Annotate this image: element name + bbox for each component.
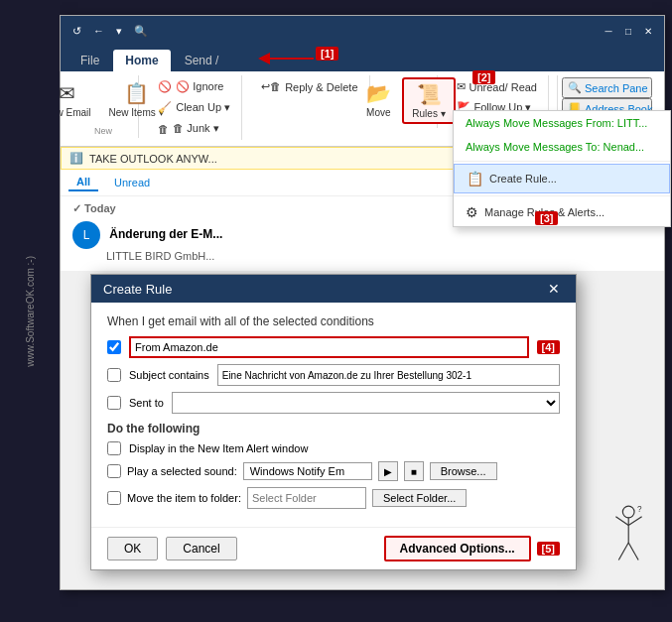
footer-left-buttons: OK Cancel xyxy=(107,537,237,560)
from-input[interactable] xyxy=(129,336,529,358)
cancel-button[interactable]: Cancel xyxy=(166,537,236,560)
search-pane-icon: 🔍 xyxy=(568,81,582,94)
play-sound-label: Play a selected sound: xyxy=(127,465,237,477)
svg-point-1 xyxy=(622,506,634,518)
ignore-label: 🚫 Ignore xyxy=(176,80,223,93)
rules-button[interactable]: 📜 Rules ▾ xyxy=(402,77,455,124)
display-alert-checkbox[interactable] xyxy=(107,441,121,455)
dialog-title: Create Rule xyxy=(103,282,172,297)
browse-sound-button[interactable]: Browse... xyxy=(430,462,497,480)
rules-icon: 📜 xyxy=(417,82,442,106)
condition-title: When I get email with all of the selecte… xyxy=(107,314,560,328)
junk-label: 🗑 Junk ▾ xyxy=(173,122,218,135)
ignore-button[interactable]: 🚫 🚫 Ignore xyxy=(153,77,235,96)
move-button[interactable]: 📂 Move xyxy=(358,77,398,124)
select-folder-button[interactable]: Select Folder... xyxy=(372,489,467,507)
tab-file[interactable]: File xyxy=(68,50,111,71)
dialog-title-bar: Create Rule ✕ xyxy=(91,275,576,303)
manage-rules-label: Manage Rules & Alerts... xyxy=(484,206,605,218)
undo-button[interactable]: ← xyxy=(89,23,108,39)
play-sound-button[interactable]: ▶ xyxy=(378,461,398,481)
cleanup-label: Clean Up ▾ xyxy=(176,101,230,114)
sound-name-box: Windows Notify Em xyxy=(243,462,372,480)
from-row: [4] xyxy=(107,336,560,358)
new-group-label: New xyxy=(94,126,112,136)
move-folder-row: Move the item to folder: Select Folder..… xyxy=(107,487,560,509)
unread-button[interactable]: ✉ Unread/ Read xyxy=(452,77,543,96)
filter-all-button[interactable]: All xyxy=(68,174,98,191)
subject-row: Subject contains xyxy=(107,364,560,386)
sent-to-select[interactable] xyxy=(172,392,560,414)
stop-sound-button[interactable]: ■ xyxy=(404,461,424,481)
create-rule-icon: 📋 xyxy=(467,171,483,187)
unread-icon: ✉ xyxy=(457,80,466,93)
search-title-button[interactable]: 🔍 xyxy=(130,23,152,40)
subject-checkbox[interactable] xyxy=(107,368,121,382)
move-folder-checkbox[interactable] xyxy=(107,491,121,505)
customize-button[interactable]: ▾ xyxy=(112,23,126,40)
sent-to-row: Sent to xyxy=(107,392,560,414)
ignore-icon: 🚫 xyxy=(158,80,172,93)
email-subject: Änderung der E-M... xyxy=(109,227,222,241)
display-alert-label: Display in the New Item Alert window xyxy=(129,442,308,454)
close-window-button[interactable]: ✕ xyxy=(640,23,656,39)
dropdown-item-manage-rules[interactable]: ⚙ Manage Rules & Alerts... xyxy=(454,198,670,226)
svg-line-4 xyxy=(628,517,641,526)
svg-line-5 xyxy=(618,543,628,560)
sent-to-checkbox[interactable] xyxy=(107,396,121,410)
cleanup-button[interactable]: 🧹 Clean Up ▾ xyxy=(153,98,235,117)
dropdown-separator-2 xyxy=(454,195,670,196)
move-icon: 📂 xyxy=(366,81,391,105)
minimize-button[interactable]: ─ xyxy=(601,23,616,39)
unread-label: Unread/ Read xyxy=(470,81,538,93)
dropdown-item-to-text: Always Move Messages To: Nenad... xyxy=(466,141,644,153)
reply-delete-label: Reply & Delete xyxy=(285,81,357,93)
from-checkbox[interactable] xyxy=(107,340,121,354)
dialog-footer: OK Cancel Advanced Options... [5] xyxy=(91,527,576,569)
junk-icon: 🗑 xyxy=(158,123,169,135)
dropdown-item-create-rule[interactable]: 📋 Create Rule... xyxy=(454,164,670,193)
filter-unread-button[interactable]: Unread xyxy=(106,174,158,191)
title-bar: ↺ ← ▾ 🔍 ─ □ ✕ xyxy=(61,16,664,46)
move-label: Move xyxy=(366,107,390,118)
folder-input[interactable] xyxy=(247,487,366,509)
ok-button[interactable]: OK xyxy=(107,537,158,560)
sent-to-label: Sent to xyxy=(129,397,164,409)
tab-bar: File Home Send / xyxy=(61,46,664,71)
notification-text: TAKE OUTLOOK ANYW... xyxy=(89,153,217,165)
ribbon-group-respond: ↩🗑 Reply & Delete xyxy=(250,75,369,98)
info-icon: ℹ️ xyxy=(69,152,83,165)
svg-line-3 xyxy=(615,517,628,526)
reply-delete-button[interactable]: ↩🗑 Reply & Delete xyxy=(256,77,362,96)
outlook-window: ↺ ← ▾ 🔍 ─ □ ✕ File Home Send / ✉ Ne xyxy=(60,15,665,590)
subject-input[interactable] xyxy=(217,364,560,386)
reply-delete-icon: ↩🗑 xyxy=(261,80,281,93)
play-sound-checkbox[interactable] xyxy=(107,464,121,478)
move-group-buttons: 📂 Move 📜 Rules ▾ xyxy=(358,77,455,124)
stickman: ? xyxy=(602,505,656,574)
junk-button[interactable]: 🗑 🗑 Junk ▾ xyxy=(153,119,235,138)
advanced-options-button[interactable]: Advanced Options... xyxy=(384,536,531,561)
ribbon-group-move: 📂 Move 📜 Rules ▾ xyxy=(378,75,438,128)
move-folder-label: Move the item to folder: xyxy=(127,492,241,504)
refresh-button[interactable]: ↺ xyxy=(68,23,85,40)
manage-rules-icon: ⚙ xyxy=(466,204,478,220)
search-pane-label: Search Pane xyxy=(585,82,648,94)
create-rule-dialog: Create Rule ✕ When I get email with all … xyxy=(90,274,577,570)
email-sender: LITTLE BIRD GmbH... xyxy=(106,250,214,262)
annotation-4-label: [4] xyxy=(537,340,560,354)
dialog-body: When I get email with all of the selecte… xyxy=(91,303,576,527)
tab-home[interactable]: Home xyxy=(113,50,170,71)
maximize-button[interactable]: □ xyxy=(620,23,636,39)
play-sound-row: Play a selected sound: Windows Notify Em… xyxy=(107,461,560,481)
svg-line-6 xyxy=(628,543,638,560)
search-pane-button[interactable]: 🔍 Search Pane xyxy=(562,77,652,98)
dropdown-item-move-from[interactable]: Always Move Messages From: LITT... xyxy=(454,111,670,135)
tab-send[interactable]: Send / xyxy=(173,50,231,71)
dialog-close-button[interactable]: ✕ xyxy=(544,281,564,297)
create-rule-label: Create Rule... xyxy=(489,173,557,185)
dropdown-item-from-text: Always Move Messages From: LITT... xyxy=(466,117,647,129)
rules-dropdown-menu: Always Move Messages From: LITT... Alway… xyxy=(453,110,671,227)
subject-label: Subject contains xyxy=(129,369,209,381)
dropdown-item-move-to[interactable]: Always Move Messages To: Nenad... xyxy=(454,135,670,159)
